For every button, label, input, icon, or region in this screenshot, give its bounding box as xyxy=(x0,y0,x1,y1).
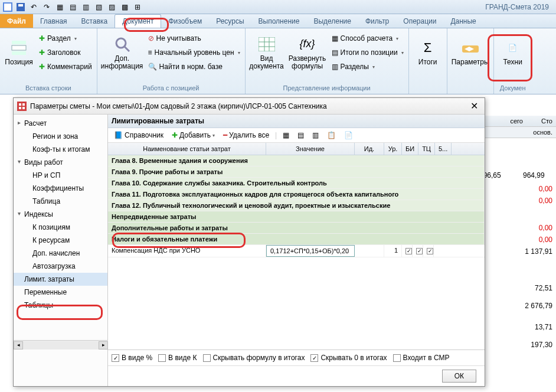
doc-view-button[interactable]: Вид документа xyxy=(249,30,284,76)
row-checkbox[interactable]: ✓ xyxy=(413,245,423,257)
scroll-right-icon[interactable]: ▸ xyxy=(99,341,108,349)
qat-icon[interactable]: ⊞ xyxy=(132,2,143,12)
tab-main[interactable]: Главная xyxy=(33,14,74,28)
pct-checkbox[interactable]: ✓В виде % xyxy=(112,354,152,362)
tree-item[interactable]: Доп. начислен xyxy=(14,247,107,260)
tree-item[interactable]: Таблица xyxy=(14,195,107,208)
qat-icon[interactable]: ▧ xyxy=(93,2,104,12)
tool-icon[interactable]: ▤ xyxy=(295,130,306,141)
table-row[interactable]: Глава 12. Публичный технологический и це… xyxy=(108,200,485,211)
reference-button[interactable]: 📘Справочник xyxy=(112,130,166,141)
params-dialog: Параметры сметы - Мои сметы\01-Дом садов… xyxy=(13,97,485,387)
qat-icon[interactable]: ▦ xyxy=(54,2,65,12)
tool-icon[interactable]: 📋 xyxy=(325,130,338,141)
k-checkbox[interactable]: В виде К xyxy=(158,354,197,362)
undo-icon[interactable]: ↶ xyxy=(28,2,39,12)
tab-phys[interactable]: Физобъем xyxy=(161,14,209,28)
smr-checkbox[interactable]: Входит в СМР xyxy=(393,354,450,362)
close-button[interactable]: ✕ xyxy=(467,100,481,112)
table-row[interactable]: Глава 11. Подготовка эксплуатационных ка… xyxy=(108,189,485,200)
tab-data[interactable]: Данные xyxy=(443,14,483,28)
tab-filter[interactable]: Фильтр xyxy=(358,14,396,28)
quick-access-toolbar: ↶ ↷ ▦ ▤ ▥ ▧ ▨ ▩ ⊞ ГРАНД-Смета 2019 xyxy=(0,0,556,14)
dialog-icon xyxy=(17,102,27,111)
add-button[interactable]: ✚Добавить▾ xyxy=(169,130,217,141)
tab-resources[interactable]: Ресурсы xyxy=(209,14,251,28)
group-label: Докумен xyxy=(498,83,528,93)
search-icon: 🔍 xyxy=(148,63,157,71)
tab-select[interactable]: Выделение xyxy=(306,14,358,28)
tree-item[interactable]: Автозагрузка xyxy=(14,260,107,273)
table-row[interactable]: Налоги и обязательные платежи xyxy=(108,234,485,245)
rows-grid[interactable]: Глава 8. Временные здания и сооруженияГл… xyxy=(108,155,485,349)
tab-document[interactable]: Документ xyxy=(115,14,161,28)
table-row[interactable]: Непредвиденные затраты xyxy=(108,211,485,223)
tree-item[interactable]: Коэф-ты к итогам xyxy=(14,143,107,156)
tree-item[interactable]: Переменные xyxy=(14,286,107,299)
caret-icon: ▸ xyxy=(16,119,22,126)
row-checkbox[interactable]: ✓ xyxy=(402,245,413,257)
tree-item[interactable]: К позициям xyxy=(14,221,107,234)
table-row[interactable]: Дополнительные работы и затраты xyxy=(108,223,485,234)
table-row[interactable]: Глава 10. Содержание службы заказчика. С… xyxy=(108,178,485,189)
section-button[interactable]: ✚Раздел▾ xyxy=(38,32,93,45)
qat-icon[interactable]: ▨ xyxy=(106,2,117,12)
tab-exec[interactable]: Выполнение xyxy=(251,14,307,28)
table-row[interactable]: Глава 9. Прочие работы и затраты xyxy=(108,166,485,178)
save-icon[interactable] xyxy=(15,2,26,12)
tree-item[interactable]: НР и СП xyxy=(14,169,107,182)
dialog-footer: ✓В виде % В виде К Скрывать формулу в ит… xyxy=(108,349,485,365)
tree-item[interactable]: К ресурсам xyxy=(14,234,107,247)
scroll-left-icon[interactable]: ◂ xyxy=(14,341,23,349)
qat-icon[interactable]: ▥ xyxy=(80,2,91,12)
sections-button[interactable]: ▥Разделы▾ xyxy=(331,60,405,73)
row-checkbox[interactable]: ✓ xyxy=(423,245,434,257)
position-button[interactable]: Позиция xyxy=(4,30,34,76)
qat-icon[interactable]: ▤ xyxy=(67,2,78,12)
ignore-button[interactable]: ⊘Не учитывать xyxy=(147,32,241,45)
tree-item[interactable]: Таблицы xyxy=(14,299,107,312)
table-row[interactable]: Компенсация НДС при УСНО0,1712+СП*0,15+О… xyxy=(108,245,485,257)
tree-item[interactable]: Регион и зона xyxy=(14,130,107,143)
expand-formulas-button[interactable]: {fx} Развернуть формулы xyxy=(288,30,327,76)
tech-button[interactable]: 📄 Техни xyxy=(498,30,528,76)
tree-scrollbar[interactable]: ◂ ▸ xyxy=(14,340,108,349)
ok-button[interactable]: ОК xyxy=(442,370,476,383)
table-row[interactable]: Глава 8. Временные здания и сооружения xyxy=(108,155,485,166)
tree-item[interactable]: ▸Расчет xyxy=(14,117,107,130)
dialog-titlebar[interactable]: Параметры сметы - Мои сметы\01-Дом садов… xyxy=(14,98,485,115)
tool-icon[interactable]: 📄 xyxy=(342,130,355,141)
find-norm-button[interactable]: 🔍Найти в норм. базе xyxy=(147,60,241,73)
tool-icon[interactable]: ▥ xyxy=(310,130,321,141)
plus-icon: ✚ xyxy=(172,131,178,139)
caret-icon: ▾ xyxy=(16,158,22,165)
redo-icon[interactable]: ↷ xyxy=(41,2,52,12)
pos-totals-button[interactable]: ▤Итоги по позиции▾ xyxy=(331,46,405,59)
hide-zero-checkbox[interactable]: ✓Скрывать 0 в итогах xyxy=(310,354,387,362)
tab-insert[interactable]: Вставка xyxy=(74,14,115,28)
tree-item[interactable]: ▾Индексы xyxy=(14,208,107,221)
tab-ops[interactable]: Операции xyxy=(396,14,443,28)
svg-rect-4 xyxy=(12,45,26,50)
hide-formula-checkbox[interactable]: Скрывать формулу в итогах xyxy=(203,354,305,362)
position-icon xyxy=(9,38,28,57)
tree-item[interactable]: ▾Виды работ xyxy=(14,156,107,169)
extra-info-button[interactable]: Доп. информация xyxy=(101,30,143,76)
dialog-title: Параметры сметы - Мои сметы\01-Дом садов… xyxy=(30,102,467,110)
tool-icon[interactable]: ▦ xyxy=(280,130,292,141)
totals-button[interactable]: Σ Итоги xyxy=(413,30,443,76)
plus-icon: ✚ xyxy=(39,48,45,57)
level-icon: ≡ xyxy=(148,48,152,57)
calc-method-button[interactable]: ▦Способ расчета▾ xyxy=(331,32,405,45)
params-button[interactable]: Параметры xyxy=(451,30,490,76)
group-label: Работа с позицией xyxy=(101,83,241,93)
header-button[interactable]: ✚Заголовок xyxy=(38,46,93,59)
tree-item[interactable]: Коэффициенты xyxy=(14,182,107,195)
base-price-button[interactable]: ≡Начальный уровень цен▾ xyxy=(147,46,241,59)
tree-item[interactable]: Лимит. затраты xyxy=(14,273,107,286)
svg-rect-19 xyxy=(22,107,25,109)
tab-file[interactable]: Файл xyxy=(0,14,33,28)
qat-icon[interactable]: ▩ xyxy=(119,2,130,12)
comment-button[interactable]: ✚Комментарий xyxy=(38,60,93,73)
delete-all-button[interactable]: ━Удалить все xyxy=(221,130,272,141)
